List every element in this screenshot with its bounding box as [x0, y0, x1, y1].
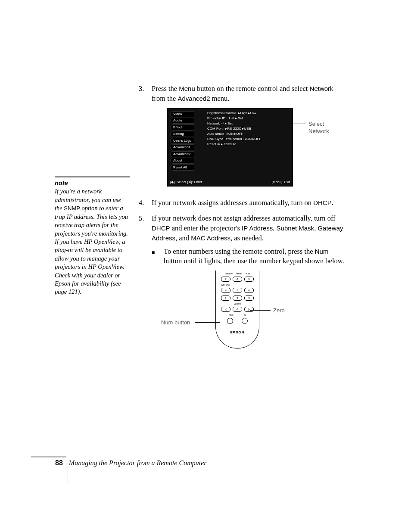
ui-term-advanced2: Advanced2 — [177, 95, 210, 102]
vol-up: ▷ — [244, 307, 254, 312]
key-label: Preview — [225, 272, 233, 275]
body-text: To enter numbers using the remote contro… — [164, 247, 315, 255]
body-text: and enter the projector's — [170, 224, 242, 232]
key-label: Auto — [246, 272, 250, 275]
keypad-8: 8 — [233, 277, 242, 282]
step-4: 4. If your network assigns addresses aut… — [139, 198, 346, 208]
note-rule — [55, 300, 130, 300]
vol-down: ◁ — [221, 307, 230, 312]
osd-footer-left: [◆]: Select [⏎]: Enter — [170, 180, 202, 184]
key-label: Wall Shot — [221, 283, 230, 286]
note-heading: note — [55, 179, 130, 187]
ui-term-menu: Menu — [179, 85, 195, 92]
body-text: If your network assigns addresses automa… — [152, 199, 313, 207]
osd-menu-item: Video — [170, 111, 194, 117]
osd-setting: Auto setup : ▸ON ▸OFF — [207, 132, 261, 137]
note-body: If you're a network administrator, you c… — [55, 187, 130, 296]
callout-line — [267, 124, 306, 124]
footer-vline — [68, 461, 68, 484]
osd-menu-item: Reset All — [170, 165, 194, 171]
step-number: 4. — [139, 198, 144, 208]
keypad-6: 6 — [244, 288, 254, 293]
body-text: , — [273, 224, 276, 232]
keypad-7: 7 — [221, 277, 230, 282]
page: 3. Press the Menu button on the remote c… — [0, 0, 411, 532]
osd-footer: [◆]: Select [⏎]: Enter [Menu]: Exit — [170, 180, 290, 184]
note-rule — [55, 176, 130, 177]
id-button — [242, 318, 248, 324]
callout-num-button: Num button — [161, 319, 190, 327]
key-label-row: Preview Preset Auto — [216, 272, 259, 275]
ui-term-dhcp: DHCP — [313, 199, 332, 206]
body-text: Press the — [152, 84, 179, 93]
footer-rule — [31, 456, 66, 457]
callout-line — [195, 322, 220, 323]
osd-menu-item: About — [170, 158, 194, 164]
step-number: 5. — [139, 214, 144, 224]
key-label: Preset — [236, 272, 242, 275]
square-bullet-icon: ■ — [152, 249, 155, 256]
ui-term-subnet: Subnet Mask — [277, 224, 314, 232]
keypad-5: 5 — [233, 288, 242, 293]
ui-term-ip: IP Address — [242, 224, 273, 232]
body-text: menu. — [210, 94, 230, 103]
callout-select-network: Select Network — [308, 120, 346, 136]
osd-setting: Brightness Control : ▸High ▸Low — [207, 111, 261, 116]
osd-setting: BNC Sync Termination : ▸ON ▸OFF — [207, 137, 261, 142]
page-number: 88 — [55, 459, 63, 467]
key-label: Num — [229, 314, 234, 317]
osd-footer-right: [Menu]: Exit — [272, 180, 290, 184]
body-text: , as needed. — [230, 234, 264, 242]
osd-menu-item: Advanced1 — [170, 144, 194, 150]
key-label: Volume — [234, 302, 241, 305]
osd-setting: Reset ⏎ ▸ Execute — [207, 142, 261, 147]
keypad-3: 3 — [244, 296, 254, 301]
ui-term-mac: MAC Address — [191, 234, 230, 242]
osd-right-panel: Brightness Control : ▸High ▸Low Projecto… — [207, 111, 261, 147]
keypad-1: 1 — [221, 296, 230, 301]
num-button — [227, 318, 233, 324]
page-footer: 88 Managing the Projector from a Remote … — [55, 459, 206, 467]
osd-setting: Network ⏎ ▸ Set — [207, 121, 261, 127]
note-text: option to enter a trap IP address. This … — [55, 205, 128, 295]
body-text: from the — [152, 94, 177, 103]
body-text: button on the remote control and select — [195, 84, 310, 93]
osd-setting: Projector ID : 1 ⏎ ▸ Set — [207, 116, 261, 121]
osd-menu-item: User's Logo — [170, 138, 194, 144]
osd-left-menu: Video Audio Effect Setting User's Logo A… — [170, 111, 194, 171]
body-text: If your network does not assign addresse… — [152, 214, 336, 222]
osd-menu-item: Effect — [170, 124, 194, 131]
main-content: 3. Press the Menu button on the remote c… — [139, 84, 346, 363]
remote-figure: Preview Preset Auto 7 8 9 Wall Shot — [152, 271, 346, 357]
callout-line — [250, 310, 271, 311]
osd-menu-item: Advanced2 — [170, 151, 194, 157]
keypad-0: 0 — [233, 307, 242, 312]
sub-bullet: ■ To enter numbers using the remote cont… — [152, 247, 346, 267]
chapter-title: Managing the Projector from a Remote Com… — [69, 459, 207, 467]
step-number: 3. — [139, 84, 144, 94]
osd-screen: Video Audio Effect Setting User's Logo A… — [167, 108, 293, 187]
step-5: 5. If your network does not assign addre… — [139, 214, 346, 357]
keypad-9: 9 — [244, 277, 254, 282]
keypad-4: 4 — [221, 288, 230, 293]
osd-menu-item: Audio — [170, 118, 194, 124]
ui-term-snmp: SNMP — [64, 205, 80, 212]
brand-label: EPSON — [216, 330, 259, 335]
keypad-2: 2 — [233, 296, 242, 301]
osd-figure: Video Audio Effect Setting User's Logo A… — [167, 108, 346, 192]
body-text: button until it lights, then use the num… — [164, 257, 344, 265]
osd-menu-item: Setting — [170, 131, 194, 137]
step-3: 3. Press the Menu button on the remote c… — [139, 84, 346, 192]
ui-term-dhcp: DHCP — [152, 224, 170, 232]
key-label: ID — [244, 314, 246, 317]
body-text: . — [332, 199, 333, 207]
body-text: , and — [175, 234, 191, 242]
remote-control: Preview Preset Auto 7 8 9 Wall Shot — [215, 271, 259, 348]
side-note: note If you're a network administrator, … — [55, 176, 130, 300]
ui-term-num: Num — [315, 248, 329, 255]
osd-setting: COM Port : ▸RS-232C ▸USB — [207, 127, 261, 132]
callout-zero: Zero — [273, 307, 285, 314]
ui-term-network: Network — [310, 85, 333, 92]
